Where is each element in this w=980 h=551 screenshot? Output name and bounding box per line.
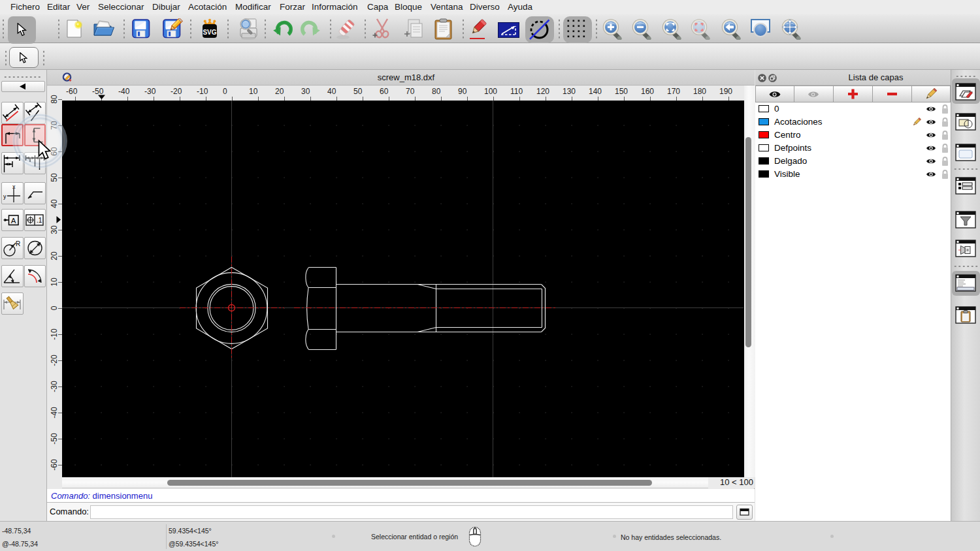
svg-text:.1: .1 — [37, 217, 42, 224]
svg-text:R: R — [16, 240, 20, 247]
svg-text:A: A — [11, 217, 16, 225]
svg-text:SVG: SVG — [203, 29, 216, 36]
svg-text:y: y — [3, 193, 7, 200]
